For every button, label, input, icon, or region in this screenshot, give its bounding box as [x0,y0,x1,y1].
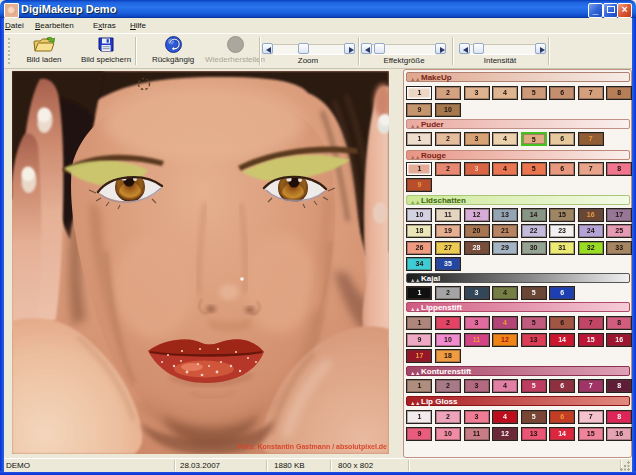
svg-text:Foto: Konstantin Gastmann / ab: Foto: Konstantin Gastmann / absolutpixel… [238,443,387,451]
